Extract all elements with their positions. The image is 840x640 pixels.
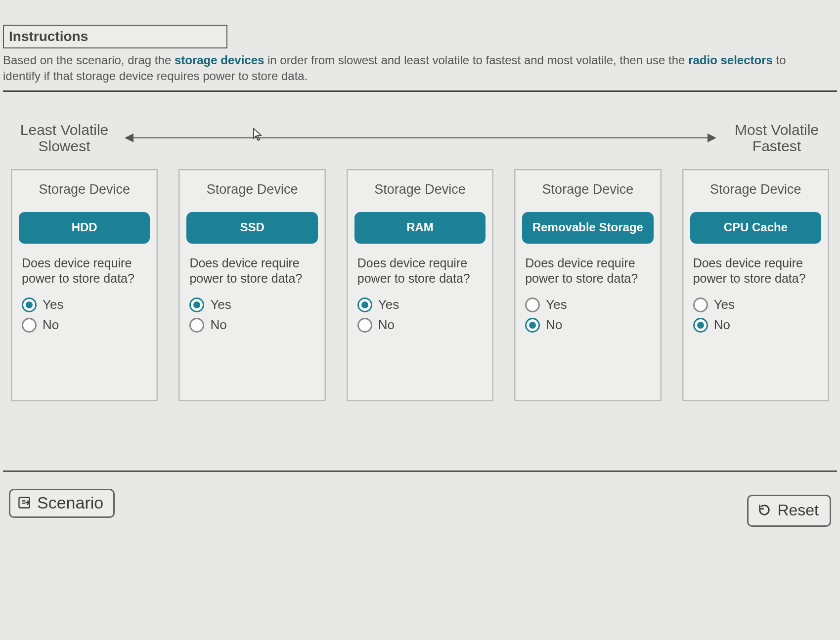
radio-no[interactable]: No [525, 317, 660, 333]
card-header: Storage Device [179, 170, 324, 212]
storage-card-1[interactable]: Storage Device SSD Does device require p… [178, 169, 325, 401]
radio-no-label: No [714, 317, 730, 333]
power-question: Does device require power to store data? [683, 256, 828, 292]
storage-card-0[interactable]: Storage Device HDD Does device require p… [11, 169, 158, 401]
instructions-text: Based on the scenario, drag the storage … [3, 52, 794, 85]
radio-yes[interactable]: Yes [189, 297, 324, 312]
radio-icon [189, 298, 204, 312]
cards-row: Storage Device HDD Does device require p… [0, 169, 840, 401]
radio-no[interactable]: No [693, 317, 828, 333]
power-question: Does device require power to store data? [515, 256, 660, 292]
device-chip-cpucache[interactable]: CPU Cache [690, 212, 821, 244]
power-question: Does device require power to store data? [12, 256, 157, 292]
radio-icon [525, 298, 540, 312]
radio-no-label: No [378, 317, 395, 333]
radio-yes[interactable]: Yes [525, 297, 660, 312]
radio-yes[interactable]: Yes [22, 297, 157, 312]
scale-arrow-icon [126, 137, 715, 138]
radio-no[interactable]: No [357, 317, 492, 333]
scale-right-label: Most Volatile Fastest [722, 122, 831, 154]
radio-icon [357, 318, 372, 333]
scale-left-line2: Slowest [10, 138, 119, 154]
scale-right-line1: Most Volatile [722, 122, 831, 138]
reset-icon [757, 503, 771, 517]
radio-no[interactable]: No [22, 317, 157, 333]
instr-highlight-radio: radio selectors [688, 53, 773, 67]
radio-no[interactable]: No [189, 317, 324, 333]
scale-left-label: Least Volatile Slowest [10, 122, 119, 154]
device-chip-hdd[interactable]: HDD [19, 212, 150, 244]
radio-icon [693, 318, 708, 333]
radio-yes-label: Yes [43, 297, 63, 312]
volatility-scale: Least Volatile Slowest Most Volatile Fas… [0, 122, 840, 154]
radio-yes[interactable]: Yes [693, 297, 828, 312]
card-header: Storage Device [348, 170, 492, 212]
storage-card-4[interactable]: Storage Device CPU Cache Does device req… [682, 169, 829, 401]
device-chip-removable[interactable]: Removable Storage [522, 212, 653, 244]
radio-yes-label: Yes [546, 297, 567, 312]
device-chip-ssd[interactable]: SSD [186, 212, 317, 244]
radio-yes-label: Yes [714, 297, 735, 312]
scenario-icon [17, 496, 31, 510]
card-header: Storage Device [12, 170, 157, 212]
scenario-label: Scenario [37, 493, 103, 512]
radio-no-label: No [546, 317, 562, 333]
card-header: Storage Device [683, 170, 828, 212]
radio-icon [693, 298, 708, 312]
radio-icon [357, 298, 372, 312]
reset-button[interactable]: Reset [747, 495, 831, 527]
instr-highlight-storage: storage devices [175, 53, 264, 67]
radio-yes[interactable]: Yes [357, 297, 492, 312]
device-chip-ram[interactable]: RAM [354, 212, 486, 244]
radio-yes-label: Yes [210, 297, 231, 312]
storage-card-3[interactable]: Storage Device Removable Storage Does de… [514, 169, 661, 401]
power-question: Does device require power to store data? [348, 256, 492, 292]
radio-icon [22, 298, 37, 312]
instr-prefix: Based on the scenario, drag the [3, 53, 175, 67]
instructions-title: Instructions [3, 25, 227, 48]
power-question: Does device require power to store data? [179, 256, 324, 292]
radio-no-label: No [43, 317, 59, 333]
scenario-button[interactable]: Scenario [9, 489, 115, 518]
card-header: Storage Device [515, 170, 660, 212]
radio-icon [189, 318, 204, 333]
radio-icon [22, 318, 37, 333]
footer-divider [3, 470, 837, 472]
scale-right-line2: Fastest [722, 138, 831, 154]
instr-middle: in order from slowest and least volatile… [264, 53, 688, 67]
radio-no-label: No [210, 317, 226, 333]
storage-card-2[interactable]: Storage Device RAM Does device require p… [347, 169, 493, 401]
scale-left-line1: Least Volatile [10, 122, 119, 138]
radio-icon [525, 318, 540, 333]
radio-yes-label: Yes [378, 297, 399, 312]
reset-label: Reset [777, 501, 819, 519]
instructions-divider [3, 90, 837, 92]
